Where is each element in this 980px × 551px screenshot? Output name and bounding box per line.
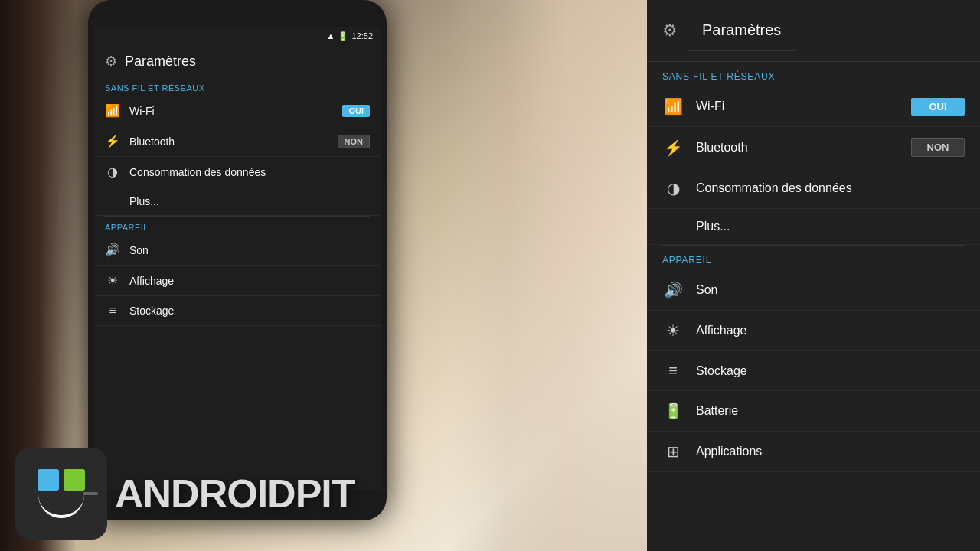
right-wifi-icon: 📶 — [662, 97, 684, 116]
right-section-wireless: SANS FIL ET RÉSEAUX — [647, 62, 980, 86]
phone-data-item[interactable]: ◑ Consommation des données — [94, 157, 381, 187]
right-settings-title: Paramètres — [687, 11, 796, 51]
phone-wifi-icon: 📶 — [105, 103, 120, 118]
right-display-label: Affichage — [696, 324, 965, 337]
right-more-item[interactable]: Plus... — [647, 209, 980, 245]
right-data-item[interactable]: ◑ Consommation des données — [647, 168, 980, 209]
right-bluetooth-label: Bluetooth — [696, 141, 899, 155]
right-gear-icon: ⚙ — [662, 21, 678, 41]
phone-bluetooth-label: Bluetooth — [129, 135, 328, 148]
phone-body: ▲ 🔋 12:52 ⚙ Paramètres SANS FIL ET RÉSEA… — [88, 0, 387, 520]
right-battery-icon: 🔋 — [662, 402, 684, 420]
right-bluetooth-icon: ⚡ — [662, 139, 684, 157]
right-storage-label: Stockage — [696, 364, 965, 378]
right-more-label: Plus... — [696, 220, 965, 233]
right-settings-header: ⚙ Paramètres — [647, 0, 980, 62]
phone-storage-label: Stockage — [129, 305, 370, 317]
phone-sound-label: Son — [129, 244, 370, 256]
status-time: 12:52 — [351, 31, 373, 41]
status-bar-icons: ▲ 🔋 12:52 — [327, 31, 373, 41]
phone-section-device: APPAREIL — [94, 217, 381, 235]
right-battery-label: Batterie — [696, 404, 965, 418]
phone-more-item[interactable]: Plus... — [94, 187, 381, 216]
phone-bluetooth-toggle[interactable]: NON — [338, 135, 370, 148]
phone-sound-icon: 🔊 — [105, 243, 120, 257]
phone-sound-item[interactable]: 🔊 Son — [94, 235, 381, 266]
phone-data-label: Consommation des données — [129, 166, 370, 178]
phone-display-icon: ☀ — [105, 273, 120, 288]
phone-gear-icon: ⚙ — [105, 53, 117, 70]
right-wifi-toggle[interactable]: OUI — [911, 98, 965, 116]
phone-display-item[interactable]: ☀ Affichage — [94, 266, 381, 296]
phone-data-icon: ◑ — [105, 165, 120, 179]
right-apps-icon: ⊞ — [662, 442, 684, 461]
phone-section-wireless: SANS FIL ET RÉSEAUX — [94, 77, 381, 96]
right-apps-item[interactable]: ⊞ Applications — [647, 432, 980, 472]
right-bluetooth-item[interactable]: ⚡ Bluetooth NON — [647, 127, 980, 168]
right-apps-label: Applications — [696, 445, 965, 458]
right-settings-panel: ⚙ Paramètres SANS FIL ET RÉSEAUX 📶 Wi-Fi… — [647, 0, 980, 551]
phone-storage-icon: ≡ — [105, 304, 120, 318]
phone-wifi-toggle[interactable]: OUI — [342, 105, 370, 117]
right-display-icon: ☀ — [662, 321, 684, 340]
phone-bluetooth-item[interactable]: ⚡ Bluetooth NON — [94, 126, 381, 157]
battery-status-icon: 🔋 — [338, 31, 348, 41]
right-sound-item[interactable]: 🔊 Son — [647, 270, 980, 311]
right-wifi-item[interactable]: 📶 Wi-Fi OUI — [647, 86, 980, 127]
right-storage-icon: ≡ — [662, 362, 684, 380]
phone-status-bar: ▲ 🔋 12:52 — [94, 27, 381, 45]
phone-settings-content: ⚙ Paramètres SANS FIL ET RÉSEAUX 📶 Wi-Fi… — [94, 45, 381, 490]
phone-settings-title: Paramètres — [125, 54, 196, 70]
phone-more-label: Plus... — [105, 195, 370, 207]
phone-wifi-item[interactable]: 📶 Wi-Fi OUI — [94, 96, 381, 126]
right-section-device: APPAREIL — [647, 246, 980, 270]
right-display-item[interactable]: ☀ Affichage — [647, 311, 980, 351]
phone-screen: ▲ 🔋 12:52 ⚙ Paramètres SANS FIL ET RÉSEA… — [94, 27, 381, 490]
right-bluetooth-toggle[interactable]: NON — [911, 138, 965, 157]
right-storage-item[interactable]: ≡ Stockage — [647, 351, 980, 391]
right-battery-item[interactable]: 🔋 Batterie — [647, 391, 980, 432]
wifi-status-icon: ▲ — [327, 31, 335, 41]
phone-storage-item[interactable]: ≡ Stockage — [94, 296, 381, 326]
phone-device: ▲ 🔋 12:52 ⚙ Paramètres SANS FIL ET RÉSEA… — [42, 0, 371, 551]
phone-settings-header: ⚙ Paramètres — [94, 45, 381, 77]
right-data-icon: ◑ — [662, 179, 684, 197]
phone-bluetooth-icon: ⚡ — [105, 134, 120, 148]
phone-display-label: Affichage — [129, 275, 370, 287]
right-data-label: Consommation des données — [696, 181, 965, 195]
right-sound-label: Son — [696, 283, 965, 297]
phone-wifi-label: Wi-Fi — [129, 105, 333, 117]
right-wifi-label: Wi-Fi — [696, 99, 899, 113]
right-sound-icon: 🔊 — [662, 281, 684, 299]
